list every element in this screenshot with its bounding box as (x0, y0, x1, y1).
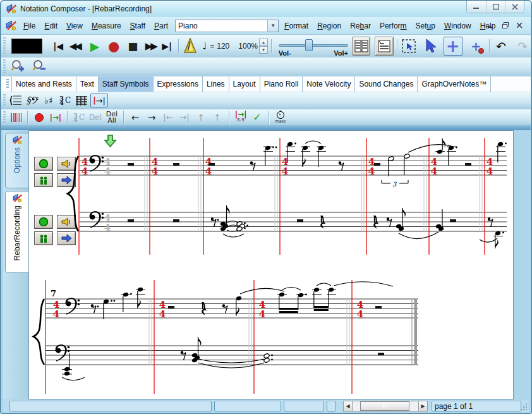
scrollbar-track[interactable] (353, 401, 418, 411)
metronome-icon (183, 38, 198, 54)
menu-item-format[interactable]: Format (280, 20, 313, 32)
scroll-view-button[interactable] (375, 37, 394, 56)
insert-note-tool[interactable]: + (444, 37, 462, 56)
stop-button[interactable]: ■ (124, 37, 141, 55)
notehead (265, 145, 271, 151)
toolbar-grip[interactable] (3, 94, 6, 107)
page-view-button[interactable] (352, 37, 371, 56)
undo-button[interactable]: ↶ (493, 37, 509, 55)
timesig-edit-tool[interactable]: 34 C (71, 111, 87, 125)
tap-barline-button[interactable]: |→| (48, 111, 63, 125)
scroll-right-arrow-icon[interactable]: ▶ (418, 401, 428, 411)
mdi-close-button[interactable] (514, 20, 526, 30)
marquee-select-tool[interactable] (401, 37, 417, 55)
menu-item-rebar[interactable]: Rebar (346, 20, 375, 32)
barlines-tool[interactable] (8, 111, 23, 125)
volume-thumb[interactable] (305, 39, 313, 51)
mdi-restore-button[interactable] (499, 20, 511, 30)
palette-tab-text[interactable]: Text (76, 76, 99, 92)
part-selector[interactable]: Piano ▼ (175, 20, 279, 32)
apply-button[interactable]: ✓ (250, 111, 265, 125)
menu-item-file[interactable]: File (19, 20, 40, 32)
menu-item-edit[interactable]: Edit (40, 20, 62, 32)
zoom-level-value[interactable]: 100% (238, 42, 258, 51)
palette-tab-note-velocity[interactable]: Note Velocity (303, 76, 355, 92)
palette-tab-staff-symbols[interactable]: Staff Symbols (99, 76, 154, 92)
volume-track[interactable] (279, 44, 348, 47)
augmentation-dot (502, 232, 504, 234)
insertion-arrow-icon[interactable] (105, 135, 116, 147)
bass-clef (90, 211, 104, 228)
toolbar-grip[interactable] (3, 37, 6, 56)
zoom-spinner[interactable]: ▲ ▼ (259, 39, 268, 54)
shift-up-button[interactable]: ↑ (193, 111, 209, 125)
status-panel (214, 401, 281, 411)
move-right-button[interactable]: → (144, 111, 159, 125)
minimize-icon (473, 4, 480, 9)
chevron-down-icon[interactable]: ▼ (267, 20, 278, 32)
fast-forward-button[interactable]: ▶▶ (142, 37, 159, 55)
msec-timer-button[interactable]: msec (273, 111, 288, 125)
resize-grip[interactable] (519, 403, 528, 411)
metronome-button[interactable] (182, 37, 198, 55)
play-button[interactable]: ▶ (87, 37, 103, 55)
accidentals-tool[interactable]: ♭♯ (41, 94, 56, 107)
menu-item-region[interactable]: Region (313, 20, 346, 32)
palette-tab-piano-roll[interactable]: Piano Roll (260, 76, 303, 92)
title-bar[interactable]: Notation Composer - [RebarRecording] (1, 1, 531, 17)
scroll-left-arrow-icon[interactable]: ◀ (343, 401, 353, 411)
delete-all-barlines-button[interactable]: DelAll (104, 111, 119, 125)
time-signature-tool[interactable]: 34 C (57, 94, 73, 107)
barline-grid-tool[interactable] (74, 94, 89, 107)
mdi-minimize-button[interactable] (485, 20, 497, 30)
insert-record-tool[interactable]: + (466, 37, 486, 55)
snap-right-button[interactable]: →| (177, 111, 192, 125)
palette-tab-expressions[interactable]: Expressions (154, 76, 203, 92)
menu-item-perform[interactable]: Perform (375, 20, 411, 32)
volume-slider[interactable]: Vol- Vol+ (277, 37, 349, 56)
palette-tab-sound-changes[interactable]: Sound Changes (355, 76, 418, 92)
shift-up2-button[interactable]: ↑ (210, 111, 225, 125)
menu-item-part[interactable]: Part (150, 20, 172, 32)
page-indicator: page 1 of 1 (432, 401, 521, 411)
redo-button[interactable]: ↷ (514, 37, 531, 55)
goto-start-button[interactable]: |◀ (50, 37, 66, 55)
staff-brace-tool[interactable] (8, 94, 23, 107)
rebar-tool[interactable]: | →| (90, 94, 108, 107)
sidebar-tab-options[interactable]: Options (5, 133, 28, 188)
barlines-icon (10, 113, 21, 123)
record-rebar-button[interactable] (32, 111, 47, 125)
goto-end-button[interactable]: ▶| (159, 37, 175, 55)
scrollbar-thumb[interactable] (360, 401, 409, 411)
menu-item-window[interactable]: Window (440, 20, 476, 32)
sidebar-tab-rebarrecording[interactable]: RebarRecording (5, 191, 28, 273)
palette-tab-notes-and-rests[interactable]: Notes and Rests (11, 76, 76, 92)
menu-item-view[interactable]: View (62, 20, 87, 32)
close-button[interactable] (505, 1, 524, 13)
move-left-button[interactable]: ← (128, 111, 143, 125)
toolbar-grip[interactable] (3, 59, 6, 74)
delete-barline-button[interactable]: Del (88, 111, 103, 125)
tempo-value[interactable]: 120 (217, 42, 229, 51)
palette-tab-graphovernotes-[interactable]: GraphOverNotes™ (418, 76, 491, 92)
rewind-button[interactable]: ◀◀ (66, 37, 83, 55)
menu-item-measure[interactable]: Measure (87, 20, 126, 32)
menu-item-setup[interactable]: Setup (411, 20, 440, 32)
toolbar-grip[interactable] (6, 79, 9, 89)
toolbar-grip[interactable] (3, 111, 6, 124)
minimize-button[interactable] (467, 1, 486, 13)
menu-item-staff[interactable]: Staff (126, 20, 150, 32)
goto-range-button[interactable]: |→| 6-9 (233, 111, 248, 125)
score-canvas[interactable]: 7 3 44444444444444444444444444 (29, 131, 513, 399)
zoom-in-button[interactable] (10, 58, 27, 76)
snap-left-button[interactable]: |← (160, 111, 176, 125)
horizontal-scrollbar[interactable]: ◀ ▶ (343, 401, 428, 411)
zoom-out-button[interactable] (32, 58, 48, 76)
notehead (388, 156, 394, 162)
clef-tool[interactable]: § (25, 94, 40, 107)
record-button[interactable]: ● (106, 37, 122, 55)
arrow-select-tool[interactable] (422, 37, 438, 55)
palette-tab-lines[interactable]: Lines (203, 76, 229, 92)
maximize-button[interactable] (486, 1, 505, 13)
palette-tab-layout[interactable]: Layout (229, 76, 260, 92)
